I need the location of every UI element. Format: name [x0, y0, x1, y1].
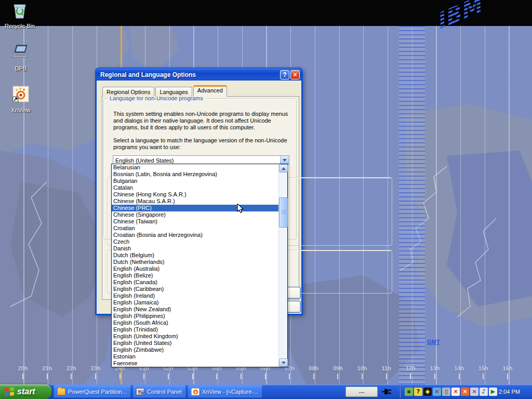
top-band: IBM: [0, 0, 532, 26]
volume-icon[interactable]: ♪: [480, 388, 488, 396]
messenger-offline-icon[interactable]: ×: [433, 388, 441, 396]
hour-tick: [459, 374, 460, 379]
language-option[interactable]: Estonian: [112, 353, 278, 360]
desktop-icon-label: XnView: [11, 107, 30, 113]
language-option[interactable]: English (Caribbean): [112, 286, 278, 292]
language-option[interactable]: English (South Africa): [112, 320, 278, 326]
folder-icon: [57, 388, 65, 395]
language-option[interactable]: English (United States): [112, 340, 278, 347]
start-button[interactable]: start: [0, 384, 51, 399]
network-disconnected-icon[interactable]: ×: [470, 388, 478, 396]
language-option[interactable]: Dutch (Netherlands): [112, 259, 278, 265]
language-option[interactable]: English (Zimbabwe): [112, 347, 278, 353]
task-button[interactable]: PowerQuest Partition...: [54, 385, 131, 398]
tray-divider: [400, 385, 401, 398]
network-places-icon[interactable]: ▯: [442, 388, 450, 396]
language-option[interactable]: Dutch (Belgium): [112, 252, 278, 259]
language-option[interactable]: Chinese (Hong Kong S.A.R.): [112, 191, 278, 198]
deskband[interactable]: ---: [345, 387, 378, 397]
hour-mark: 16h: [496, 365, 519, 379]
hour-tick: [95, 374, 96, 379]
taskbar-clock[interactable]: 2:04 PM: [499, 384, 530, 399]
desktop-icon-label: Recycle Bin: [5, 23, 35, 29]
removable-storage-icon[interactable]: ▪: [405, 388, 413, 396]
desktop-icon-xnview[interactable]: XnView: [1, 85, 41, 114]
desktop-icon-recycle-bin[interactable]: Recycle Bin: [0, 3, 39, 30]
hour-mark: 14h: [448, 365, 471, 379]
scrollbar-thumb[interactable]: [279, 197, 288, 228]
language-option[interactable]: Croatian: [112, 225, 278, 232]
close-button[interactable]: ×: [290, 70, 300, 79]
language-option[interactable]: Chinese (PRC): [112, 205, 278, 211]
language-option[interactable]: English (Canada): [112, 279, 278, 286]
task-button-label: XnView - [<Capture-...: [202, 389, 258, 395]
task-button[interactable]: Control Panel: [133, 385, 186, 398]
chevron-up-icon: [282, 167, 286, 170]
hour-label: 12h: [399, 365, 422, 371]
dialog-tab[interactable]: Advanced: [193, 85, 227, 97]
language-option[interactable]: Chinese (Macau S.A.R.): [112, 198, 278, 205]
language-option[interactable]: English (Australia): [112, 265, 278, 272]
language-option[interactable]: Croatian (Bosnia and Herzegovina): [112, 232, 278, 238]
scroll-down-button[interactable]: [279, 358, 288, 367]
language-dropdown-list: BelarusianBosnian (Latin, Bosnia and Her…: [111, 164, 288, 367]
start-label: start: [17, 387, 35, 396]
laptop-icon: [10, 44, 31, 62]
help-button[interactable]: ?: [280, 70, 289, 79]
hour-mark: 06h: [254, 365, 277, 379]
language-option[interactable]: English (United Kingdom): [112, 333, 278, 340]
task-button[interactable]: XnView - [<Capture-...: [188, 385, 262, 398]
display-adapter-icon[interactable]: ◆: [423, 388, 432, 396]
language-option[interactable]: Chinese (Singapore): [112, 211, 278, 218]
hour-tick: [289, 374, 290, 379]
hour-label: 10h: [351, 365, 374, 371]
language-option[interactable]: English (Belize): [112, 272, 278, 279]
dialog-tab[interactable]: Languages: [155, 87, 192, 97]
hour-tick: [192, 374, 193, 379]
hour-label: 09h: [326, 365, 349, 371]
language-option[interactable]: Bosnian (Latin, Bosnia and Herzegovina): [112, 171, 278, 178]
desktop-icon-label: DPB: [15, 65, 27, 72]
language-options: BelarusianBosnian (Latin, Bosnia and Her…: [112, 164, 278, 367]
hour-tick: [168, 374, 169, 379]
list-scrollbar[interactable]: [278, 164, 287, 367]
hour-tick: [216, 374, 217, 379]
dialog-tab[interactable]: Regional Options: [102, 87, 154, 97]
antivirus-disabled-icon[interactable]: ×: [461, 388, 469, 396]
scheduler-icon[interactable]: ▶: [489, 388, 497, 396]
hour-mark: 10h: [351, 365, 374, 379]
language-option[interactable]: English (Philippines): [112, 313, 278, 320]
hour-mark: 15h: [472, 365, 495, 379]
hour-mark: 04h: [205, 365, 228, 379]
hour-tick: [362, 374, 363, 379]
hour-tick: [265, 374, 266, 379]
hour-label: 15h: [472, 365, 495, 371]
hour-tick: [47, 374, 48, 379]
language-option[interactable]: English (Jamaica): [112, 299, 278, 306]
desktop-icon-dpb[interactable]: DPB: [1, 44, 41, 73]
hour-tick: [386, 374, 387, 379]
xnview-icon: [191, 388, 200, 395]
language-option[interactable]: English (Ireland): [112, 292, 278, 299]
recycle-bin-icon: [11, 3, 29, 20]
dialog-titlebar[interactable]: Regional and Language Options ? ×: [96, 69, 302, 81]
language-option[interactable]: English (Trinidad): [112, 326, 278, 333]
language-option[interactable]: Belarusian: [112, 164, 278, 171]
prompt-text: Select a language to match the language …: [113, 137, 287, 151]
language-option[interactable]: English (New Zealand): [112, 306, 278, 313]
scroll-up-button[interactable]: [279, 164, 288, 172]
language-option[interactable]: Czech: [112, 238, 278, 245]
hour-label: 20h: [11, 365, 34, 371]
hour-mark: 21h: [36, 365, 59, 379]
language-option[interactable]: Chinese (Taiwan): [112, 218, 278, 225]
gmt-highlight-band: [399, 26, 425, 384]
language-option[interactable]: Catalan: [112, 184, 278, 191]
hour-label: 13h: [423, 365, 446, 371]
language-option[interactable]: Bulgarian: [112, 178, 278, 184]
input-device-icon[interactable]: ?: [414, 388, 422, 396]
hour-tick: [483, 374, 484, 379]
monitor-alert-icon[interactable]: ×: [451, 388, 460, 396]
language-option[interactable]: Danish: [112, 245, 278, 252]
hour-label: 23h: [84, 365, 107, 371]
language-option[interactable]: Faeroese: [112, 360, 278, 367]
